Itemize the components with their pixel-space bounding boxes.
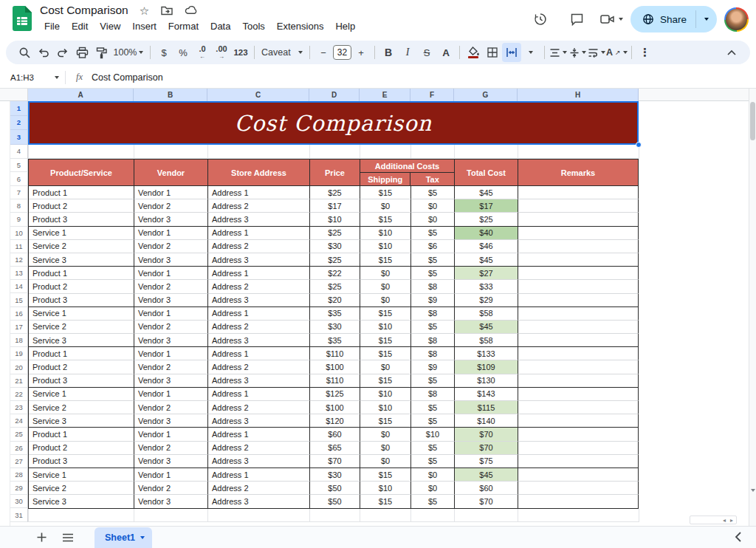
empty-cell[interactable]: [518, 145, 639, 159]
row-header-7[interactable]: 7: [10, 186, 28, 199]
cell-d13[interactable]: $22: [310, 267, 360, 280]
cell-h19[interactable]: [518, 347, 639, 360]
cell-f10[interactable]: $5: [411, 227, 455, 240]
cell-d10[interactable]: $25: [310, 227, 360, 240]
text-wrap-button[interactable]: [587, 43, 606, 62]
merge-dropdown[interactable]: [521, 43, 540, 62]
cell-e29[interactable]: $10: [360, 482, 411, 495]
vertical-align-button[interactable]: [568, 43, 587, 62]
cell-c28[interactable]: Address 1: [208, 468, 310, 482]
cell-c27[interactable]: Address 3: [208, 455, 310, 468]
menu-file[interactable]: File: [38, 19, 66, 33]
cell-f26[interactable]: $5: [411, 442, 455, 455]
menu-format[interactable]: Format: [162, 19, 205, 33]
cell-h12[interactable]: [518, 253, 639, 267]
selection-fill-handle[interactable]: [636, 142, 642, 148]
row-header-31[interactable]: 31: [10, 508, 28, 521]
decrease-decimal-button[interactable]: .0←: [193, 43, 212, 62]
cell-d29[interactable]: $50: [310, 482, 360, 495]
cell-b30[interactable]: Vendor 3: [134, 495, 208, 508]
share-button[interactable]: Share: [630, 6, 717, 32]
cell-b26[interactable]: Vendor 2: [134, 442, 208, 455]
cell-b24[interactable]: Vendor 3: [134, 414, 208, 428]
cell-g23[interactable]: $115: [455, 401, 518, 414]
cell-d26[interactable]: $65: [310, 442, 360, 455]
cell-d12[interactable]: $25: [310, 253, 360, 267]
cell-h9[interactable]: [518, 213, 639, 226]
cell-c9[interactable]: Address 3: [208, 213, 310, 226]
cell-e14[interactable]: $0: [360, 280, 411, 293]
paint-format-icon[interactable]: [92, 43, 111, 62]
version-history-icon[interactable]: [526, 4, 555, 34]
cell-e18[interactable]: $15: [360, 334, 411, 347]
cell-e7[interactable]: $15: [360, 186, 411, 199]
row-header-1[interactable]: 1: [10, 101, 28, 116]
row-header-13[interactable]: 13: [10, 267, 28, 280]
cell-e19[interactable]: $15: [360, 347, 411, 360]
cell-h22[interactable]: [518, 388, 639, 401]
empty-cell[interactable]: [208, 509, 310, 522]
search-icon[interactable]: [15, 43, 34, 62]
cell-f17[interactable]: $5: [411, 321, 455, 334]
row-header-15[interactable]: 15: [10, 293, 28, 306]
row-header-2[interactable]: 2: [10, 116, 28, 131]
meet-button[interactable]: [599, 13, 623, 26]
cell-d8[interactable]: $17: [310, 199, 360, 213]
cell-f15[interactable]: $9: [411, 294, 455, 307]
header-vendor[interactable]: Vendor: [134, 160, 208, 185]
hide-menus-button[interactable]: [722, 43, 741, 62]
header-shipping[interactable]: Shipping: [360, 173, 410, 185]
row-header-4[interactable]: 4: [10, 145, 28, 159]
cell-g16[interactable]: $58: [455, 307, 518, 321]
cell-c13[interactable]: Address 1: [208, 267, 310, 280]
cell-g14[interactable]: $33: [455, 280, 518, 293]
cell-c30[interactable]: Address 3: [208, 495, 310, 508]
column-header-h[interactable]: H: [518, 89, 639, 101]
row-header-17[interactable]: 17: [10, 321, 28, 334]
row-header-9[interactable]: 9: [10, 213, 28, 226]
empty-cell[interactable]: [455, 509, 518, 522]
cell-g7[interactable]: $45: [455, 186, 518, 199]
cell-b27[interactable]: Vendor 3: [134, 455, 208, 468]
cell-c15[interactable]: Address 3: [208, 294, 310, 307]
cell-b17[interactable]: Vendor 2: [134, 321, 208, 334]
row-header-25[interactable]: 25: [10, 428, 28, 441]
cell-f11[interactable]: $6: [411, 240, 455, 253]
cell-g24[interactable]: $140: [455, 414, 518, 428]
column-header-g[interactable]: G: [454, 89, 518, 101]
scroll-left-icon[interactable]: ◂: [723, 517, 726, 524]
redo-icon[interactable]: [53, 43, 72, 62]
cloud-saved-icon[interactable]: [185, 4, 198, 17]
move-folder-icon[interactable]: [160, 4, 173, 17]
borders-button[interactable]: [483, 43, 502, 62]
empty-cell[interactable]: [310, 509, 360, 522]
cell-f20[interactable]: $9: [411, 360, 455, 374]
cell-f13[interactable]: $5: [411, 267, 455, 280]
cell-f28[interactable]: $0: [411, 468, 455, 482]
row-header-12[interactable]: 12: [10, 253, 28, 267]
cell-e9[interactable]: $15: [360, 213, 411, 226]
cell-c25[interactable]: Address 1: [208, 428, 310, 441]
text-color-button[interactable]: A: [436, 43, 456, 62]
cell-b19[interactable]: Vendor 1: [134, 347, 208, 360]
row-header-8[interactable]: 8: [10, 199, 28, 213]
cell-h18[interactable]: [518, 334, 639, 347]
cell-b8[interactable]: Vendor 2: [134, 199, 208, 213]
cell-e22[interactable]: $10: [360, 388, 411, 401]
cell-f22[interactable]: $8: [411, 388, 455, 401]
cell-b18[interactable]: Vendor 3: [134, 334, 208, 347]
cell-h11[interactable]: [518, 240, 639, 253]
cell-c22[interactable]: Address 1: [208, 388, 310, 401]
row-header-18[interactable]: 18: [10, 334, 28, 347]
row-header-24[interactable]: 24: [10, 414, 28, 428]
cell-b15[interactable]: Vendor 3: [134, 294, 208, 307]
strikethrough-button[interactable]: S: [417, 43, 436, 62]
column-header-d[interactable]: D: [309, 89, 360, 101]
cell-b12[interactable]: Vendor 3: [134, 253, 208, 267]
cell-g12[interactable]: $45: [455, 253, 518, 267]
cell-f14[interactable]: $8: [411, 280, 455, 293]
avatar[interactable]: [724, 7, 749, 32]
cell-d15[interactable]: $20: [310, 294, 360, 307]
cell-f21[interactable]: $5: [411, 374, 455, 388]
cell-a12[interactable]: Service 3: [29, 253, 134, 267]
